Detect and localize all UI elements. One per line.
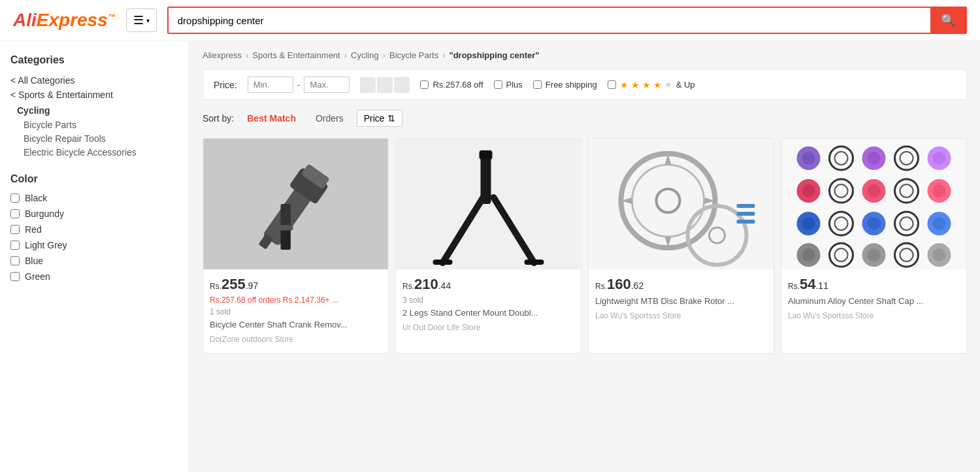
chevron-down-icon: ▾ xyxy=(146,17,150,24)
price-apply-buttons xyxy=(360,77,410,93)
sports-entertainment-link[interactable]: Sports & Entertainment xyxy=(10,90,178,100)
product-card-2[interactable]: Rs.160.62 Lightweight MTB Disc Brake Rot… xyxy=(588,138,774,354)
sort-bar: Sort by: Best Match Orders Price ⇅ xyxy=(203,109,967,127)
color-burgundy-checkbox[interactable] xyxy=(10,209,20,218)
svg-point-34 xyxy=(933,152,946,165)
svg-rect-5 xyxy=(281,204,291,227)
free-shipping-checkbox[interactable] xyxy=(533,80,542,89)
color-green-checkbox[interactable] xyxy=(10,272,20,281)
product-store-2[interactable]: Lao Wu's Sportsss Store xyxy=(595,311,767,320)
content-area: Aliexpress › Sports & Entertainment › Cy… xyxy=(189,41,980,472)
color-light-grey-checkbox[interactable] xyxy=(10,241,20,250)
price-apply-3[interactable] xyxy=(394,77,410,93)
breadcrumb-aliexpress[interactable]: Aliexpress xyxy=(203,50,242,60)
menu-button[interactable]: ☰ ▾ xyxy=(126,8,157,32)
color-blue-checkbox[interactable] xyxy=(10,256,20,265)
stars-display: ★ ★ ★ ★ ★ xyxy=(620,80,672,90)
product-store-1[interactable]: Ur Out Door Life Store xyxy=(402,323,574,332)
breadcrumb-cycling[interactable]: Cycling xyxy=(351,50,379,60)
product-card-1[interactable]: Rs.210.44 3 sold 2 Legs Stand Center Mou… xyxy=(395,138,581,354)
product-image-3 xyxy=(781,139,966,269)
sort-orders[interactable]: Orders xyxy=(309,109,350,127)
color-red-label: Red xyxy=(25,224,42,235)
product-store-3[interactable]: Lao Wu's Sportsss Store xyxy=(788,311,960,320)
plus-checkbox[interactable] xyxy=(494,80,502,89)
color-burgundy-label: Burgundy xyxy=(25,209,64,219)
product-info-0: Rs.255.97 Rs.257.68 off orders Rs.2,147.… xyxy=(203,269,388,353)
cycling-link[interactable]: Cycling xyxy=(17,105,178,116)
discount-checkbox[interactable] xyxy=(420,80,429,89)
product-card-3[interactable]: Rs.54.11 Aluminum Alloy Center Shaft Cap… xyxy=(781,138,967,354)
rating-checkbox[interactable] xyxy=(608,80,616,89)
svg-point-30 xyxy=(868,152,881,165)
sort-price-icon: ⇅ xyxy=(387,113,395,124)
breadcrumb-bicycle-parts[interactable]: Bicycle Parts xyxy=(389,50,438,60)
price-range: - xyxy=(248,76,350,93)
sort-price-button[interactable]: Price ⇅ xyxy=(357,110,402,127)
svg-point-40 xyxy=(868,184,881,197)
breadcrumb-sep-1: › xyxy=(246,50,248,60)
svg-point-50 xyxy=(868,217,881,230)
product-image-1 xyxy=(396,139,581,269)
sidebar-item-bicycle-parts[interactable]: Bicycle Parts xyxy=(24,120,178,130)
product-sold-0: 1 sold xyxy=(210,307,382,316)
product-name-0: Bicycle Center Shaft Crank Remov... xyxy=(210,319,382,331)
search-input[interactable] xyxy=(169,8,930,33)
product-info-1: Rs.210.44 3 sold 2 Legs Stand Center Mou… xyxy=(396,269,581,341)
color-red[interactable]: Red xyxy=(10,224,178,235)
search-bar: 🔍 xyxy=(167,7,967,34)
sidebar-item-bicycle-repair-tools[interactable]: Bicycle Repair Tools xyxy=(24,133,178,144)
color-black[interactable]: Black xyxy=(10,193,178,203)
color-green[interactable]: Green xyxy=(10,271,178,282)
svg-rect-7 xyxy=(278,225,293,230)
product-svg-2 xyxy=(589,139,774,269)
svg-point-64 xyxy=(933,248,946,261)
sidebar-item-electric-bicycle-accessories[interactable]: Electric Bicycle Accessories xyxy=(24,147,178,158)
product-price-2: Rs.160.62 xyxy=(595,276,767,293)
price-apply-2[interactable] xyxy=(377,77,393,93)
svg-rect-21 xyxy=(737,204,755,208)
color-filter-title: Color xyxy=(10,173,178,185)
breadcrumb-sports[interactable]: Sports & Entertainment xyxy=(252,50,340,60)
svg-rect-14 xyxy=(525,260,544,265)
sort-price-label: Price xyxy=(364,113,385,124)
product-name-1: 2 Legs Stand Center Mount Doubl... xyxy=(402,307,574,319)
product-svg-3 xyxy=(781,139,966,269)
discount-filter[interactable]: Rs.257.68 off xyxy=(420,80,483,90)
plus-filter[interactable]: Plus xyxy=(494,80,523,90)
product-image-0 xyxy=(203,139,388,269)
sort-best-match[interactable]: Best Match xyxy=(240,109,302,127)
color-black-label: Black xyxy=(25,193,47,203)
all-categories-link[interactable]: All Categories xyxy=(10,75,178,86)
color-red-checkbox[interactable] xyxy=(10,225,20,234)
product-price-1: Rs.210.44 xyxy=(402,276,574,293)
price-max-input[interactable] xyxy=(304,76,350,93)
plus-label: Plus xyxy=(506,80,523,90)
price-apply-1[interactable] xyxy=(360,77,376,93)
color-burgundy[interactable]: Burgundy xyxy=(10,209,178,219)
price-min-input[interactable] xyxy=(248,76,293,93)
svg-point-26 xyxy=(802,152,815,165)
search-icon: 🔍 xyxy=(941,14,955,27)
sidebar: Categories All Categories Sports & Enter… xyxy=(0,41,189,472)
product-card-0[interactable]: Rs.255.97 Rs.257.68 off orders Rs.2,147.… xyxy=(203,138,389,354)
svg-point-36 xyxy=(802,184,815,197)
breadcrumb-current: "dropshipping center" xyxy=(449,50,540,60)
free-shipping-filter[interactable]: Free shipping xyxy=(533,80,597,90)
product-store-0[interactable]: DotZone outdoors Store xyxy=(210,335,382,344)
rating-filter[interactable]: ★ ★ ★ ★ ★ & Up xyxy=(608,80,695,90)
color-blue[interactable]: Blue xyxy=(10,256,178,266)
color-light-grey[interactable]: Light Grey xyxy=(10,240,178,250)
main-layout: Categories All Categories Sports & Enter… xyxy=(0,41,980,472)
product-price-3: Rs.54.11 xyxy=(788,276,960,293)
products-grid: Rs.255.97 Rs.257.68 off orders Rs.2,147.… xyxy=(203,138,967,354)
svg-point-56 xyxy=(802,248,815,261)
header: AliExpress™ ☰ ▾ 🔍 xyxy=(0,0,980,41)
price-dash: - xyxy=(297,80,301,90)
search-button[interactable]: 🔍 xyxy=(930,8,966,33)
product-image-2 xyxy=(589,139,774,269)
color-green-label: Green xyxy=(25,271,50,282)
color-black-checkbox[interactable] xyxy=(10,194,20,203)
hamburger-icon: ☰ xyxy=(133,13,144,27)
categories-title: Categories xyxy=(10,54,178,66)
